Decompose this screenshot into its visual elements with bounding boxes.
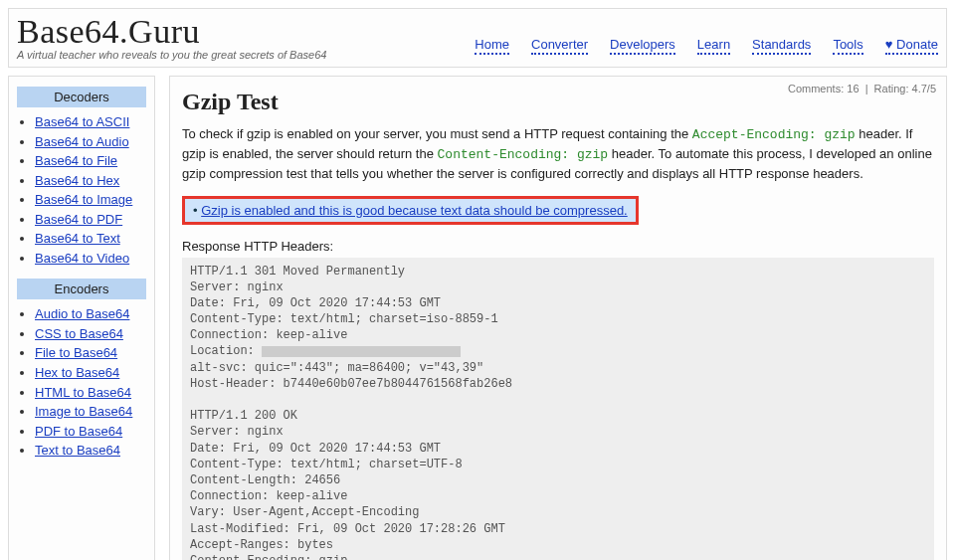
nav-developers[interactable]: Developers (610, 37, 675, 55)
result-alert: • Gzip is enabled and this is good becau… (182, 196, 639, 225)
alert-message[interactable]: Gzip is enabled and this is good because… (201, 203, 628, 218)
link-base64-to-text[interactable]: Base64 to Text (35, 231, 120, 246)
link-html-to-base64[interactable]: HTML to Base64 (35, 385, 131, 400)
link-base64-to-file[interactable]: Base64 to File (35, 153, 117, 168)
link-file-to-base64[interactable]: File to Base64 (35, 345, 117, 360)
nav-home[interactable]: Home (475, 37, 509, 55)
sidebar-heading-encoders: Encoders (17, 279, 146, 299)
link-css-to-base64[interactable]: CSS to Base64 (35, 326, 123, 341)
nav-tools[interactable]: Tools (833, 37, 862, 55)
link-base64-to-audio[interactable]: Base64 to Audio (35, 134, 129, 149)
link-hex-to-base64[interactable]: Hex to Base64 (35, 365, 119, 380)
site-header: Base64.Guru A virtual teacher who reveal… (8, 8, 947, 68)
link-text-to-base64[interactable]: Text to Base64 (35, 443, 120, 458)
nav-standards[interactable]: Standards (752, 37, 811, 55)
intro-paragraph: To check if gzip is enabled on your serv… (182, 125, 934, 184)
link-pdf-to-base64[interactable]: PDF to Base64 (35, 424, 122, 439)
link-audio-to-base64[interactable]: Audio to Base64 (35, 306, 129, 321)
alert-bullet: • (193, 203, 201, 218)
main-content: Comments: 16 | Rating: 4.7/5 Gzip Test T… (169, 76, 947, 560)
link-base64-to-image[interactable]: Base64 to Image (35, 192, 132, 207)
nav-learn[interactable]: Learn (697, 37, 730, 55)
rating-value: 4.7/5 (912, 83, 936, 94)
headers-part-2: alt-svc: quic=":443"; ma=86400; v="43,39… (190, 361, 627, 560)
rating-label: Rating: (874, 83, 909, 94)
redacted-location (262, 346, 461, 357)
link-image-to-base64[interactable]: Image to Base64 (35, 404, 132, 419)
intro-text-1: To check if gzip is enabled on your serv… (182, 126, 692, 141)
sidebar: Decoders Base64 to ASCII Base64 to Audio… (8, 76, 155, 560)
nav-converter[interactable]: Converter (531, 37, 588, 55)
comments-count[interactable]: 16 (847, 83, 859, 94)
brand: Base64.Guru A virtual teacher who reveal… (17, 13, 326, 61)
brand-tagline: A virtual teacher who reveals to you the… (17, 49, 326, 61)
link-base64-to-video[interactable]: Base64 to Video (35, 251, 129, 266)
link-base64-to-pdf[interactable]: Base64 to PDF (35, 212, 122, 227)
response-headers-block: HTTP/1.1 301 Moved Permanently Server: n… (182, 258, 934, 560)
comments-label: Comments: (788, 83, 844, 94)
main-nav: Home Converter Developers Learn Standard… (475, 37, 938, 61)
link-base64-to-hex[interactable]: Base64 to Hex (35, 173, 119, 188)
page-meta: Comments: 16 | Rating: 4.7/5 (788, 83, 936, 94)
response-headers-label: Response HTTP Headers: (182, 239, 934, 254)
encoders-list: Audio to Base64 CSS to Base64 File to Ba… (17, 305, 146, 459)
sidebar-heading-decoders: Decoders (17, 87, 146, 107)
decoders-list: Base64 to ASCII Base64 to Audio Base64 t… (17, 113, 146, 267)
nav-donate[interactable]: Donate (885, 37, 938, 55)
header-accept-encoding: Accept-Encoding: gzip (692, 127, 856, 142)
header-content-encoding: Content-Encoding: gzip (438, 147, 609, 162)
link-base64-to-ascii[interactable]: Base64 to ASCII (35, 114, 129, 129)
brand-title: Base64.Guru (17, 13, 326, 51)
headers-part-1: HTTP/1.1 301 Moved Permanently Server: n… (190, 265, 498, 359)
